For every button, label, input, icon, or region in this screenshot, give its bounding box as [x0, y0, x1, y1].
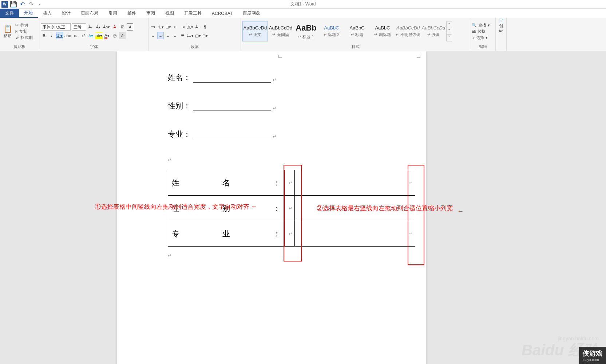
tab-layout[interactable]: 页面布局	[76, 9, 103, 18]
select-button[interactable]: ▷选择 ▾	[472, 35, 490, 40]
tab-references[interactable]: 引用	[103, 9, 122, 18]
copy-button[interactable]: ⎘复制	[15, 29, 33, 34]
style-card-4[interactable]: AaBbC↵ 标题	[344, 21, 370, 41]
numbering-button[interactable]: ⒈▾	[157, 23, 164, 31]
tab-review[interactable]: 审阅	[141, 9, 160, 18]
text-effects-button[interactable]: A▾	[88, 32, 94, 39]
undo-icon[interactable]: ↶	[19, 1, 25, 8]
style-card-3[interactable]: AaBbC↵ 标题 2	[319, 21, 344, 41]
copy-icon: ⎘	[15, 29, 18, 33]
ribbon-tabs: 文件 开始 插入 设计 页面布局 引用 邮件 审阅 视图 开发工具 ACROBA…	[0, 9, 606, 18]
cursor-icon: ▷	[472, 35, 475, 40]
table-cell[interactable]: 姓名：	[168, 170, 285, 196]
highlight-button[interactable]: ab▾	[95, 32, 103, 39]
underline-gender	[193, 111, 271, 111]
strike-button[interactable]: abc	[64, 32, 71, 39]
table-cell[interactable]: ↵	[295, 170, 415, 196]
tab-mailings[interactable]: 邮件	[122, 9, 141, 18]
distribute-button[interactable]: ≣	[179, 32, 186, 39]
char-border-button[interactable]: A	[127, 23, 133, 31]
style-card-7[interactable]: AaBbCcDd↵ 强调	[421, 21, 446, 41]
show-marks-button[interactable]: ¶	[202, 23, 208, 31]
watermark-sub: jingyan.baidu.com	[558, 336, 599, 341]
scroll-down-icon[interactable]: ▾	[447, 28, 452, 35]
style-preview: AaBbC	[375, 25, 390, 31]
circle-char-button[interactable]: ㊥	[111, 32, 118, 39]
style-label: ↵ 强调	[427, 32, 440, 37]
style-card-1[interactable]: AaBbCcDd↵ 无间隔	[268, 21, 293, 41]
corner-badge: 侠游戏 xiayx.com	[579, 347, 606, 364]
tab-developer[interactable]: 开发工具	[179, 9, 207, 18]
indent-inc-button[interactable]: ⇥	[179, 23, 186, 31]
find-button[interactable]: 🔍查找 ▾	[472, 23, 490, 28]
style-label: ↵ 无间隔	[272, 32, 289, 37]
bullets-button[interactable]: ≡▾	[150, 23, 157, 31]
tab-file[interactable]: 文件	[0, 9, 19, 18]
redo-icon[interactable]: ↷	[28, 1, 34, 8]
bold-button[interactable]: B	[41, 32, 47, 39]
align-left-button[interactable]: ≡	[150, 32, 157, 39]
underline-button[interactable]: U ▾	[56, 32, 63, 39]
tab-baidu[interactable]: 百度网盘	[238, 9, 265, 18]
style-card-0[interactable]: AaBbCcDd↵ 正文	[242, 21, 268, 41]
text-direction-button[interactable]: 文▾	[187, 23, 194, 31]
shading-button[interactable]: ▢▾	[195, 32, 201, 39]
tab-insert[interactable]: 插入	[38, 9, 57, 18]
group-clipboard: 📋 粘贴 ✂剪切 ⎘复制 🖌格式刷 剪贴板	[0, 18, 39, 51]
multilevel-button[interactable]: ⊟▾	[165, 23, 171, 31]
line-spacing-button[interactable]: ‡≡▾	[186, 32, 194, 39]
style-preview: AaBbCcDd	[422, 25, 445, 31]
justify-button[interactable]: ≡	[172, 32, 178, 39]
style-card-5[interactable]: AaBbC↵ 副标题	[370, 21, 395, 41]
font-name-combo[interactable]: 宋体 (中文正	[41, 23, 71, 31]
tab-acrobat[interactable]: ACROBAT	[207, 9, 238, 18]
tab-home[interactable]: 开始	[19, 9, 38, 18]
underline-major	[193, 139, 271, 139]
field-major: 专业： ↵	[168, 129, 379, 139]
table-cell[interactable]: 专业：	[168, 221, 285, 247]
scroll-up-icon[interactable]: ▴	[447, 21, 452, 28]
indent-dec-button[interactable]: ⇤	[172, 23, 179, 31]
field-name: 姓名： ↵	[168, 72, 379, 83]
sort-button[interactable]: A↓	[194, 23, 201, 31]
tab-design[interactable]: 设计	[57, 9, 76, 18]
align-right-button[interactable]: ≡	[165, 32, 171, 39]
shrink-font-button[interactable]: A▾	[95, 23, 102, 31]
font-color-button[interactable]: A▾	[104, 32, 110, 39]
superscript-button[interactable]: x²	[80, 32, 87, 39]
save-icon[interactable]: 💾	[10, 1, 17, 8]
annotation-box-1	[284, 165, 302, 261]
style-label: ↵ 标题 2	[324, 32, 339, 37]
cut-button[interactable]: ✂剪切	[15, 23, 33, 28]
style-preview: AaBb	[296, 23, 316, 33]
italic-button[interactable]: I	[48, 32, 55, 39]
font-size-combo[interactable]: 三号	[72, 23, 86, 31]
styles-scroll[interactable]: ▴▾⌄	[446, 21, 452, 41]
scroll-more-icon[interactable]: ⌄	[447, 35, 452, 41]
paragraph-mark-icon: ↵	[273, 134, 277, 139]
group-styles: AaBbCcDd↵ 正文AaBbCcDd↵ 无间隔AaBb↵ 标题 1AaBbC…	[241, 18, 470, 51]
pdf-icon[interactable]: 📄	[499, 19, 504, 23]
borders-button[interactable]: ⊞▾	[202, 32, 209, 39]
style-card-2[interactable]: AaBb↵ 标题 1	[293, 21, 319, 41]
group-editing: 🔍查找 ▾ ab替换 ▷选择 ▾ 编辑	[470, 18, 496, 51]
replace-icon: ab	[472, 29, 476, 33]
format-painter-button[interactable]: 🖌格式刷	[15, 35, 33, 40]
group-paragraph: ≡▾ ⒈▾ ⊟▾ ⇤ ⇥ 文▾ A↓ ¶ ≡ ≡ ≡ ≡ ≣ ‡≡▾ ▢▾	[148, 18, 241, 51]
subscript-button[interactable]: x₂	[72, 32, 79, 39]
style-card-6[interactable]: AaBbCcDd↵ 不明显强调	[395, 21, 421, 41]
char-shading-button[interactable]: A	[119, 32, 126, 39]
align-center-button[interactable]: ≡	[157, 32, 164, 39]
grow-font-button[interactable]: A▴	[87, 23, 94, 31]
clear-format-button[interactable]: A̶	[111, 23, 118, 31]
field-gender: 性别： ↵	[168, 101, 379, 111]
style-label: ↵ 正文	[249, 32, 261, 37]
document-viewport[interactable]: 姓名： ↵ 性别： ↵ 专业： ↵ ↵ 姓名： ↵ ↵	[0, 51, 606, 364]
phonetic-button[interactable]: 変	[119, 23, 126, 31]
paste-button[interactable]: 📋 粘贴	[1, 23, 14, 40]
replace-button[interactable]: ab替换	[472, 29, 490, 34]
change-case-button[interactable]: Aa▾	[103, 23, 110, 31]
tab-view[interactable]: 视图	[160, 9, 179, 18]
qat-more-icon[interactable]: ▾	[36, 1, 43, 8]
table-cell[interactable]: ↵	[295, 221, 415, 247]
